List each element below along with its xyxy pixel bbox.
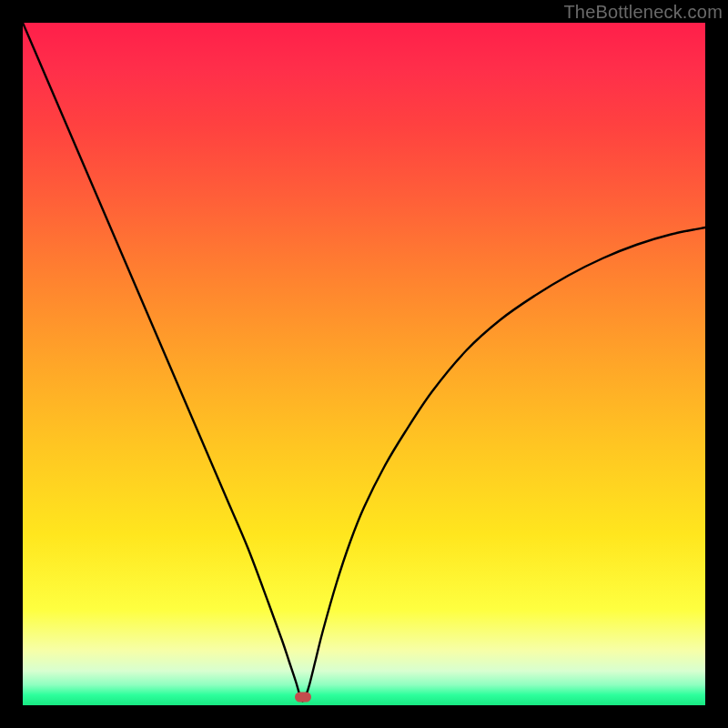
watermark-text: TheBottleneck.com (563, 2, 723, 23)
gradient-plot-area (23, 23, 705, 705)
chart-frame: TheBottleneck.com (0, 0, 728, 728)
